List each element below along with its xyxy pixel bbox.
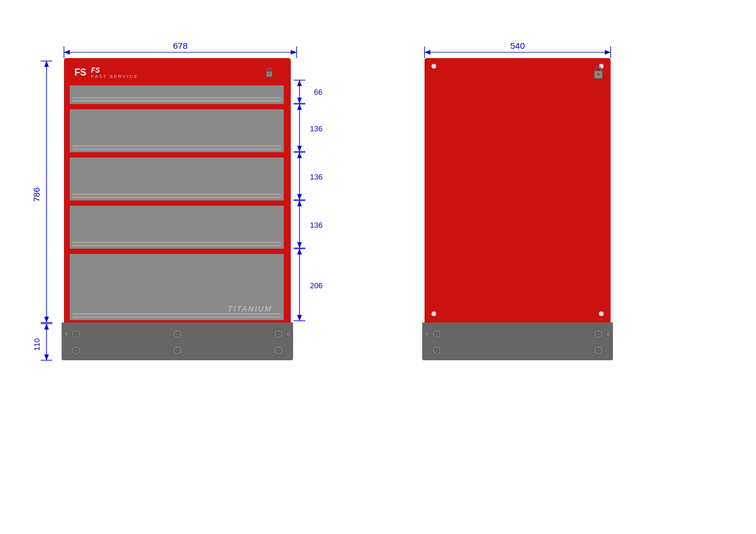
svg-point-17 bbox=[74, 348, 79, 353]
drawer-1-handle bbox=[72, 97, 281, 102]
svg-marker-53 bbox=[297, 200, 302, 206]
svg-marker-47 bbox=[297, 152, 302, 158]
width-dimension-side: 540 bbox=[419, 29, 622, 58]
svg-marker-60 bbox=[297, 315, 302, 321]
fs-logo: FS bbox=[74, 67, 86, 78]
svg-marker-36 bbox=[297, 98, 302, 103]
svg-point-23 bbox=[286, 332, 291, 336]
svg-point-72 bbox=[432, 311, 436, 316]
svg-point-75 bbox=[597, 73, 600, 76]
drawer-1 bbox=[70, 84, 284, 106]
drawer-area: FS FS FAST SERVICE bbox=[70, 62, 284, 319]
svg-text:206: 206 bbox=[310, 281, 323, 290]
cabinet-base-side bbox=[422, 322, 613, 360]
svg-marker-48 bbox=[297, 194, 302, 200]
svg-point-18 bbox=[64, 332, 69, 336]
svg-marker-1 bbox=[64, 50, 70, 55]
cabinet-base-front bbox=[62, 322, 293, 360]
svg-point-80 bbox=[425, 332, 429, 336]
cabinet-frame-front: FS FS FAST SERVICE bbox=[64, 58, 291, 322]
drawer-4 bbox=[70, 204, 284, 250]
svg-marker-35 bbox=[297, 80, 302, 86]
svg-marker-41 bbox=[297, 104, 302, 110]
side-lock-icon bbox=[593, 65, 607, 81]
base-height-dimension: 110 bbox=[23, 322, 58, 363]
logo-strip: FS FS FAST SERVICE bbox=[70, 62, 284, 84]
drawer5-dimension: 206 bbox=[294, 249, 340, 322]
titanium-label: TITANIUM bbox=[228, 304, 272, 313]
svg-point-73 bbox=[599, 311, 604, 316]
drawer4-dimension: 136 bbox=[294, 200, 340, 249]
svg-point-84 bbox=[596, 348, 601, 353]
svg-marker-59 bbox=[297, 249, 302, 255]
drawer2-dimension: 136 bbox=[294, 104, 340, 153]
svg-text:136: 136 bbox=[310, 124, 323, 133]
drawer1-dimension: 66 bbox=[294, 80, 340, 105]
svg-marker-42 bbox=[297, 146, 302, 152]
drawer-2 bbox=[70, 107, 284, 154]
fast-service-text: FAST SERVICE bbox=[91, 74, 138, 79]
svg-point-25 bbox=[175, 332, 180, 336]
svg-marker-29 bbox=[44, 324, 49, 329]
svg-text:110: 110 bbox=[33, 338, 41, 351]
svg-text:786: 786 bbox=[31, 187, 41, 202]
svg-point-22 bbox=[276, 348, 281, 353]
svg-point-77 bbox=[434, 332, 439, 336]
side-rivets bbox=[425, 58, 611, 322]
width-dimension-front: 678 bbox=[52, 29, 308, 58]
base-screws-side bbox=[422, 322, 613, 360]
brand-name: FS bbox=[91, 67, 138, 74]
svg-marker-66 bbox=[605, 50, 611, 55]
drawer-3 bbox=[70, 156, 284, 202]
cabinet-frame-side bbox=[425, 58, 611, 322]
svg-text:678: 678 bbox=[173, 41, 187, 51]
svg-marker-2 bbox=[291, 50, 297, 55]
svg-point-85 bbox=[606, 332, 611, 336]
drawer-3-handle bbox=[72, 193, 281, 198]
drawer-4-handle bbox=[72, 242, 281, 246]
svg-text:540: 540 bbox=[510, 41, 525, 51]
svg-point-79 bbox=[434, 348, 439, 353]
svg-point-20 bbox=[276, 332, 281, 336]
drawer-5-handle bbox=[72, 313, 281, 318]
drawer3-dimension: 136 bbox=[294, 152, 340, 201]
svg-marker-7 bbox=[44, 61, 49, 67]
svg-marker-8 bbox=[44, 317, 49, 322]
svg-marker-54 bbox=[297, 242, 302, 248]
svg-text:136: 136 bbox=[310, 173, 323, 181]
drawing-canvas: 678 786 FS FS FAST SERVICE bbox=[0, 0, 756, 534]
svg-text:136: 136 bbox=[310, 221, 323, 230]
svg-point-82 bbox=[596, 332, 601, 336]
drawer-5: TITANIUM bbox=[70, 252, 284, 322]
svg-marker-30 bbox=[44, 354, 49, 360]
drawer-2-handle bbox=[72, 145, 281, 150]
base-screws-front bbox=[62, 322, 293, 360]
svg-point-15 bbox=[74, 332, 79, 336]
front-lock-icon bbox=[265, 67, 273, 78]
svg-point-27 bbox=[175, 348, 180, 353]
svg-marker-65 bbox=[425, 50, 430, 55]
svg-text:66: 66 bbox=[314, 88, 322, 96]
height-dimension-front: 786 bbox=[23, 58, 58, 325]
svg-point-70 bbox=[432, 64, 436, 69]
svg-point-13 bbox=[269, 73, 270, 75]
